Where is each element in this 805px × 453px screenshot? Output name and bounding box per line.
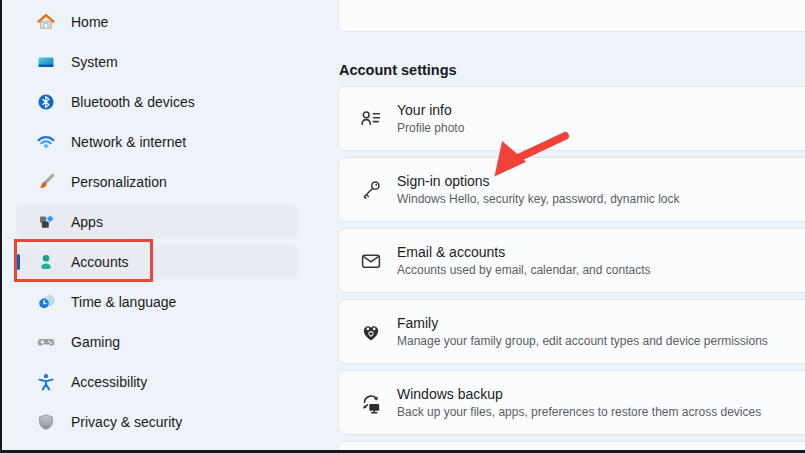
row-title: Sign-in options xyxy=(397,173,680,189)
sidebar-item-personalization[interactable]: Personalization xyxy=(16,165,297,199)
sidebar-item-label: Privacy & security xyxy=(71,414,182,430)
windows-backup-icon xyxy=(359,391,383,415)
main-panel: Account settings Your info Profile photo… xyxy=(338,0,805,450)
row-subtitle: Profile photo xyxy=(397,121,464,135)
sidebar-item-home[interactable]: Home xyxy=(16,5,297,39)
system-icon xyxy=(36,52,56,72)
bluetooth-icon xyxy=(36,92,56,112)
accessibility-icon xyxy=(36,372,56,392)
sidebar-item-apps[interactable]: Apps xyxy=(16,205,297,239)
row-subtitle: Windows Hello, security key, password, d… xyxy=(397,192,680,206)
partial-top-card xyxy=(338,0,805,32)
sidebar-item-label: Personalization xyxy=(71,174,167,190)
section-heading: Account settings xyxy=(339,62,457,78)
email-accounts-icon xyxy=(359,249,383,273)
row-family[interactable]: Family Manage your family group, edit ac… xyxy=(338,299,805,364)
sidebar-item-system[interactable]: System xyxy=(16,45,297,79)
time-language-icon xyxy=(36,292,56,312)
sidebar-item-privacy-security[interactable]: Privacy & security xyxy=(16,405,297,439)
sidebar-item-accounts[interactable]: Accounts xyxy=(16,245,297,279)
sidebar-item-label: Accounts xyxy=(71,254,129,270)
partial-bottom-card[interactable] xyxy=(338,441,805,453)
sidebar-item-label: Gaming xyxy=(71,334,120,350)
sidebar-item-label: Accessibility xyxy=(71,374,147,390)
sidebar-item-label: Apps xyxy=(71,214,103,230)
sidebar-item-label: System xyxy=(71,54,118,70)
row-title: Email & accounts xyxy=(397,244,650,260)
accounts-icon xyxy=(36,252,56,272)
gaming-icon xyxy=(36,332,56,352)
selected-indicator xyxy=(17,254,20,270)
settings-window: Home System Bluetooth & devices Network … xyxy=(0,0,805,453)
row-subtitle: Back up your files, apps, preferences to… xyxy=(397,405,761,419)
row-subtitle: Accounts used by email, calendar, and co… xyxy=(397,263,650,277)
row-title: Windows backup xyxy=(397,386,761,402)
row-title: Family xyxy=(397,315,768,331)
family-icon xyxy=(359,320,383,344)
sidebar-item-label: Network & internet xyxy=(71,134,186,150)
home-icon xyxy=(36,12,56,32)
sidebar-item-label: Home xyxy=(71,14,108,30)
apps-icon xyxy=(36,212,56,232)
your-info-icon xyxy=(359,107,383,131)
row-subtitle: Manage your family group, edit account t… xyxy=(397,334,768,348)
sign-in-options-icon xyxy=(359,178,383,202)
sidebar-item-gaming[interactable]: Gaming xyxy=(16,325,297,359)
row-windows-backup[interactable]: Windows backup Back up your files, apps,… xyxy=(338,370,805,435)
sidebar-item-bluetooth[interactable]: Bluetooth & devices xyxy=(16,85,297,119)
privacy-icon xyxy=(36,412,56,432)
sidebar-item-accessibility[interactable]: Accessibility xyxy=(16,365,297,399)
row-email-accounts[interactable]: Email & accounts Accounts used by email,… xyxy=(338,228,805,293)
row-sign-in-options[interactable]: Sign-in options Windows Hello, security … xyxy=(338,157,805,222)
network-icon xyxy=(36,132,56,152)
personalization-icon xyxy=(36,172,56,192)
sidebar: Home System Bluetooth & devices Network … xyxy=(4,0,322,450)
account-settings-list: Your info Profile photo Sign-in options … xyxy=(338,86,805,453)
sidebar-item-time-language[interactable]: Time & language xyxy=(16,285,297,319)
row-title: Your info xyxy=(397,102,464,118)
sidebar-item-label: Time & language xyxy=(71,294,176,310)
sidebar-item-label: Bluetooth & devices xyxy=(71,94,195,110)
sidebar-item-network[interactable]: Network & internet xyxy=(16,125,297,159)
row-your-info[interactable]: Your info Profile photo xyxy=(338,86,805,151)
